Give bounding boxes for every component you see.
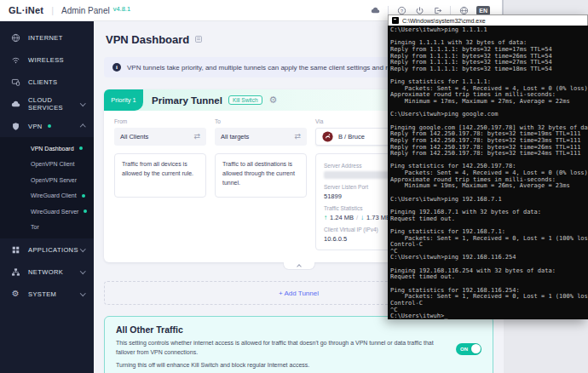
kill-switch-badge: Kill Switch <box>228 95 262 105</box>
shield-icon <box>11 122 20 131</box>
sidebar-item-label: INTERNET <box>28 34 63 42</box>
vpn-active-dot <box>48 124 51 128</box>
cmd-title-bar[interactable]: C:\Windows\system32\cmd.exe <box>388 14 588 26</box>
add-tunnel-label: + Add Tunnel <box>279 290 319 297</box>
all-other-traffic-description-1: This setting controls whether internet a… <box>116 339 446 358</box>
globe-icon <box>11 33 20 43</box>
cmd-icon <box>392 17 399 24</box>
sidebar-item-openvpn-client[interactable]: OpenVPN Client <box>0 157 94 173</box>
from-description: Traffic from all devices is allowed by t… <box>114 153 206 198</box>
tunnel-settings-gear-icon[interactable]: ⚙ <box>269 95 278 105</box>
stats-separator: / <box>356 214 358 221</box>
chevron-up-icon <box>80 124 85 129</box>
info-banner-text: VPN tunnels take priority, and multiple … <box>127 64 402 72</box>
swap-icon[interactable]: ⇄ <box>294 133 301 141</box>
download-icon: ↓ <box>360 214 364 221</box>
swap-icon[interactable]: ⇄ <box>193 133 200 141</box>
from-label: From <box>114 118 206 124</box>
topbar-divider <box>450 6 451 14</box>
gear-icon: ⚙ <box>11 290 20 299</box>
info-icon: i <box>112 63 121 72</box>
vpn-submenu: VPN Dashboard OpenVPN Client OpenVPN Ser… <box>0 137 94 238</box>
cloud-icon[interactable] <box>370 5 380 15</box>
submenu-item-label: OpenVPN Server <box>31 177 77 183</box>
sidebar-item-cloud-services[interactable]: CLOUD SERVICES <box>0 93 94 115</box>
sidebar-item-wireguard-client[interactable]: WireGuard Client <box>0 188 94 204</box>
sidebar-item-vpn[interactable]: VPN <box>0 115 94 137</box>
terminal-line: Request timed out. <box>390 274 588 281</box>
sidebar-item-openvpn-server[interactable]: OpenVPN Server <box>0 172 94 188</box>
to-description: Traffic to all destinations is allowed t… <box>215 153 307 198</box>
all-other-traffic-panel: All Other Traffic This setting controls … <box>104 316 493 373</box>
sidebar-item-clients[interactable]: CLIENTS <box>0 71 94 93</box>
devices-icon <box>11 77 20 87</box>
page-title-note-icon <box>194 32 203 47</box>
sidebar-item-applications[interactable]: APPLICATIONS <box>0 238 94 261</box>
terminal-line: Reply from 142.250.197.78: bytes=32 time… <box>390 151 588 158</box>
all-other-traffic-description-2: Turning this off will enhance Kill Switc… <box>116 361 446 370</box>
sidebar-item-label: WIRELESS <box>28 56 64 64</box>
to-column: To All targets ⇄ Traffic to all destinat… <box>215 118 307 250</box>
collapse-card-button[interactable] <box>283 262 315 270</box>
topbar-divider <box>388 6 389 14</box>
apps-grid-icon <box>11 245 20 255</box>
sidebar-item-network[interactable]: NETWORK <box>0 261 94 283</box>
toggle-knob <box>471 344 481 353</box>
sidebar-item-label: APPLICATIONS <box>28 246 78 254</box>
chevron-down-icon <box>80 268 85 273</box>
submenu-item-label: Tor <box>31 224 39 230</box>
to-label: To <box>215 118 307 124</box>
sidebar-item-vpn-dashboard[interactable]: VPN Dashboard <box>0 141 94 157</box>
logo-divider: | <box>51 5 54 15</box>
upload-icon: ↑ <box>324 214 327 221</box>
svg-text:?: ? <box>401 8 403 13</box>
sidebar-item-internet[interactable]: INTERNET <box>0 26 94 49</box>
submenu-item-label: VPN Dashboard <box>31 146 74 152</box>
sidebar-item-system[interactable]: ⚙ SYSTEM <box>0 283 94 305</box>
version-label: v4.8.1 <box>113 5 130 13</box>
via-value: B / Bruce <box>338 133 365 141</box>
all-other-traffic-title: All Other Traffic <box>116 324 446 335</box>
sidebar-item-tor[interactable]: Tor <box>0 220 94 236</box>
sidebar-nav: INTERNET WIRELESS CLIENTS CLOUD SERVICES <box>0 21 94 373</box>
submenu-item-label: WireGuard Client <box>31 192 77 198</box>
terminal-line: C:\Users\itwuh>ping 1.1.1.1 <box>390 27 588 34</box>
cmd-window-title: C:\Windows\system32\cmd.exe <box>402 18 486 24</box>
download-value: 1.73 MB <box>366 214 390 221</box>
terminal-output[interactable]: C:\Users\itwuh>ping 1.1.1.1 Pinging 1.1.… <box>388 26 588 319</box>
to-value: All targets <box>221 133 249 141</box>
wireguard-logo <box>322 131 333 142</box>
page-title: VPN Dashboard <box>106 33 189 46</box>
app-title: Admin Panel <box>61 6 110 15</box>
submenu-item-label: OpenVPN Client <box>31 161 74 167</box>
sidebar-item-wireguard-server[interactable]: WireGuard Server <box>0 204 94 220</box>
priority-tag: Priority 1 <box>104 89 143 111</box>
terminal-line: C:\Users\itwuh>ping google.com <box>390 112 588 118</box>
sidebar-item-label: NETWORK <box>28 268 63 276</box>
sidebar-item-label: VPN <box>28 123 43 130</box>
sidebar-item-wireless[interactable]: WIRELESS <box>0 49 94 71</box>
sidebar-item-label: SYSTEM <box>28 290 56 298</box>
cmd-window: C:\Windows\system32\cmd.exe C:\Users\itw… <box>388 14 588 319</box>
from-value: All Clients <box>120 133 148 141</box>
terminal-line: Request timed out. <box>390 216 588 223</box>
all-other-traffic-toggle[interactable]: ON <box>456 343 481 355</box>
tunnel-title: Primary Tunnel <box>152 95 222 106</box>
sidebar-item-label: CLIENTS <box>28 78 57 86</box>
terminal-line: C:\Users\itwuh>ping 192.168.7.1 <box>390 197 588 204</box>
terminal-line: Minimum = 19ms, Maximum = 26ms, Average … <box>390 183 588 190</box>
terminal-line: C:\Users\itwuh>_ <box>390 313 588 319</box>
chevron-up-icon <box>297 264 302 269</box>
network-icon <box>11 267 20 277</box>
status-dot <box>82 194 85 198</box>
terminal-line: Control-C <box>390 242 588 249</box>
glinet-logo: GL·iNet <box>9 5 43 15</box>
to-select[interactable]: All targets ⇄ <box>215 128 307 146</box>
language-badge[interactable]: EN <box>476 6 490 15</box>
submenu-item-label: WireGuard Server <box>31 209 78 215</box>
chevron-down-icon <box>80 290 85 296</box>
from-select[interactable]: All Clients ⇄ <box>114 128 206 146</box>
terminal-line: Reply from 1.1.1.1: bytes=32 time=18ms T… <box>390 66 588 73</box>
sidebar-item-label: CLOUD SERVICES <box>28 96 81 112</box>
from-column: From All Clients ⇄ Traffic from all devi… <box>114 118 206 250</box>
